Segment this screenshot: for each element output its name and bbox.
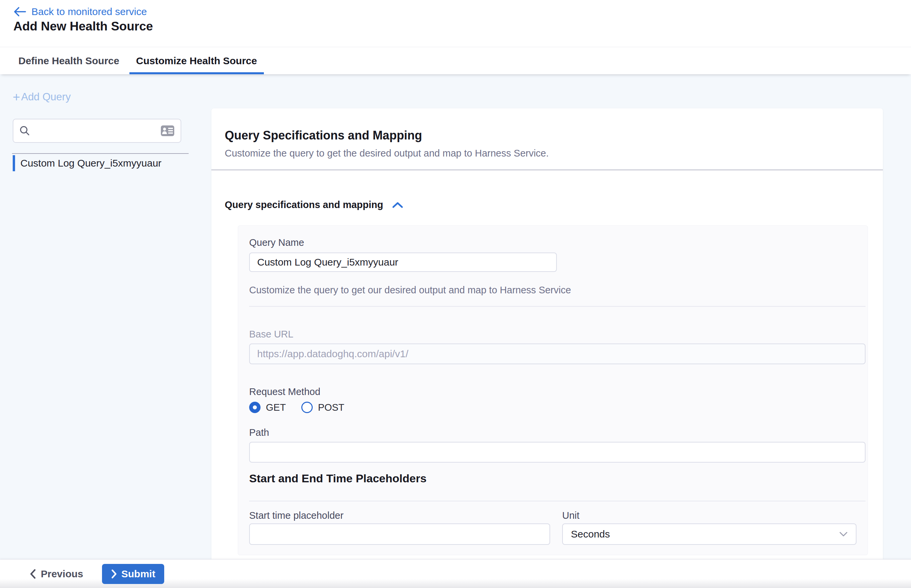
panel-divider-2 — [249, 501, 866, 501]
add-query-label: Add Query — [21, 91, 71, 103]
unit-select[interactable]: Seconds — [562, 523, 856, 545]
tab-define-health-source[interactable]: Define Health Source — [12, 47, 126, 74]
page-header: Back to monitored service Add New Health… — [0, 0, 911, 47]
radio-get-label: GET — [266, 402, 286, 413]
footer-bar: Previous Submit — [0, 559, 911, 588]
tab-customize-label: Customize Health Source — [136, 55, 257, 66]
chevron-up-icon[interactable] — [392, 201, 403, 209]
chevron-right-icon — [111, 569, 117, 578]
query-search-box — [13, 119, 181, 143]
sidebar-divider — [12, 153, 189, 154]
query-spec-panel: Query Name Customize the query to get ou… — [238, 225, 868, 555]
selected-query-indicator — [13, 155, 15, 171]
query-name-helper: Customize the query to get our desired o… — [249, 284, 571, 296]
page-title: Add New Health Source — [13, 19, 153, 34]
panel-divider — [249, 306, 866, 307]
query-name-input[interactable] — [249, 252, 557, 272]
card-heading: Query Specifications and Mapping — [225, 128, 422, 142]
card-divider — [212, 170, 883, 170]
request-method-label: Request Method — [249, 386, 320, 397]
radio-get-icon[interactable] — [249, 402, 260, 413]
add-query-button[interactable]: + Add Query — [13, 91, 71, 103]
start-time-input[interactable] — [249, 523, 550, 545]
tab-define-label: Define Health Source — [18, 55, 120, 66]
query-spec-accordion-header[interactable]: Query specifications and mapping — [225, 199, 403, 210]
radio-post-label: POST — [318, 402, 344, 413]
path-input[interactable] — [249, 442, 866, 463]
base-url-label: Base URL — [249, 329, 293, 340]
tab-bar: Define Health Source Customize Health So… — [0, 47, 911, 74]
request-method-radio-group: GET POST — [249, 401, 344, 414]
radio-option-get[interactable]: GET — [249, 402, 286, 413]
query-specifications-card: Query Specifications and Mapping Customi… — [212, 108, 883, 559]
query-item-label: Custom Log Query_i5xmyyuaur — [20, 158, 162, 169]
unit-select-value: Seconds — [571, 528, 610, 540]
radio-option-post[interactable]: POST — [301, 402, 344, 413]
base-url-input — [249, 344, 866, 364]
accordion-title: Query specifications and mapping — [225, 199, 383, 210]
add-health-source-page: Back to monitored service Add New Health… — [0, 0, 911, 588]
unit-label: Unit — [562, 510, 580, 521]
query-name-label: Query Name — [249, 237, 304, 248]
id-card-icon[interactable] — [160, 125, 174, 136]
plus-icon: + — [13, 92, 20, 102]
query-list-item[interactable]: Custom Log Query_i5xmyyuaur — [13, 155, 162, 171]
chevron-down-icon — [839, 531, 848, 537]
search-icon — [19, 125, 30, 136]
card-subheading: Customize the query to get the desired o… — [225, 148, 549, 159]
placeholders-heading: Start and End Time Placeholders — [249, 472, 426, 485]
previous-button[interactable]: Previous — [29, 568, 83, 580]
previous-button-label: Previous — [41, 568, 83, 580]
search-input[interactable] — [35, 125, 156, 136]
back-arrow-icon — [13, 7, 26, 17]
tab-customize-health-source[interactable]: Customize Health Source — [129, 47, 264, 74]
chevron-left-icon — [29, 569, 36, 579]
submit-button[interactable]: Submit — [102, 564, 165, 584]
submit-button-label: Submit — [121, 568, 155, 580]
active-tab-indicator — [129, 72, 264, 74]
start-time-label: Start time placeholder — [249, 510, 344, 521]
path-label: Path — [249, 427, 269, 438]
back-link[interactable]: Back to monitored service — [13, 5, 147, 19]
radio-post-icon[interactable] — [301, 402, 313, 413]
back-link-label: Back to monitored service — [31, 6, 147, 18]
